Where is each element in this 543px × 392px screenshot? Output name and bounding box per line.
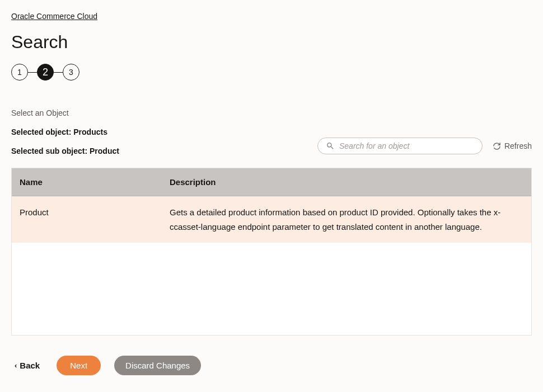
col-header-name[interactable]: Name <box>12 168 162 196</box>
breadcrumb-link[interactable]: Oracle Commerce Cloud <box>11 12 97 21</box>
step-2[interactable]: 2 <box>37 64 54 81</box>
table-row[interactable]: Product Gets a detailed product informat… <box>12 196 531 243</box>
refresh-icon <box>493 142 501 150</box>
cell-name: Product <box>12 196 162 243</box>
refresh-button[interactable]: Refresh <box>493 141 532 150</box>
section-label: Select an Object <box>11 108 532 117</box>
table-header-row: Name Description <box>12 168 531 196</box>
selected-object-line: Selected object: Products <box>11 127 532 136</box>
table-container: Name Description Product Gets a detailed… <box>11 168 532 336</box>
search-box[interactable] <box>317 138 483 154</box>
object-table: Name Description Product Gets a detailed… <box>12 168 531 243</box>
back-label: Back <box>20 361 40 370</box>
back-button[interactable]: ‹ Back <box>11 361 43 370</box>
step-3[interactable]: 3 <box>63 64 79 81</box>
search-icon <box>326 141 335 150</box>
discard-button[interactable]: Discard Changes <box>114 356 201 375</box>
step-connector <box>54 72 63 73</box>
next-button[interactable]: Next <box>57 356 101 375</box>
stepper: 1 2 3 <box>11 64 532 81</box>
chevron-left-icon: ‹ <box>15 362 17 369</box>
cell-description: Gets a detailed product information base… <box>162 196 531 243</box>
col-header-description[interactable]: Description <box>162 168 531 196</box>
footer-buttons: ‹ Back Next Discard Changes <box>11 356 532 375</box>
refresh-label: Refresh <box>504 141 532 150</box>
step-connector <box>28 72 37 73</box>
page-title: Search <box>11 32 532 53</box>
search-input[interactable] <box>339 141 474 150</box>
step-1[interactable]: 1 <box>11 64 28 81</box>
